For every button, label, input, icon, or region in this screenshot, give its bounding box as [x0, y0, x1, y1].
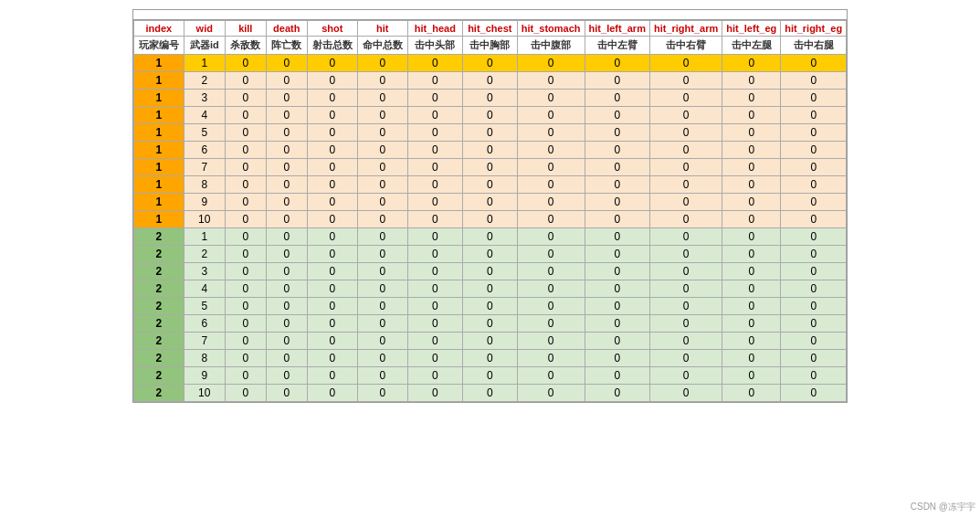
table-row: 2800000000000	[133, 350, 846, 367]
header-col-8: hit_stomach	[517, 21, 585, 37]
header-col-0: index	[133, 21, 184, 37]
cell-hit_right_eg: 0	[781, 211, 847, 228]
cell-hit_left_eg: 0	[722, 211, 781, 228]
index-cell: 2	[133, 367, 184, 385]
cell-death: 0	[266, 367, 307, 385]
cell-hit_right_eg: 0	[781, 142, 847, 159]
cell-hit_chest: 0	[462, 211, 517, 228]
cell-hit_stomach: 0	[517, 367, 585, 385]
cell-hit_chest: 0	[462, 72, 517, 90]
cell-hit_right_arm: 0	[649, 333, 722, 350]
cell-hit_stomach: 0	[517, 176, 585, 194]
cell-hit_right_arm: 0	[649, 142, 722, 159]
cell-death: 0	[266, 263, 307, 280]
cell-hit_left_eg: 0	[722, 385, 781, 402]
cell-hit_stomach: 0	[517, 142, 585, 159]
cell-hit_right_arm: 0	[649, 263, 722, 280]
cell-hit_right_arm: 0	[649, 124, 722, 142]
table-row: 11000000000000	[133, 211, 846, 228]
cell-hit_chest: 0	[462, 194, 517, 211]
cell-hit_left_arm: 0	[585, 176, 649, 194]
cell-kill: 0	[225, 315, 266, 333]
header-sub-col-5: 命中总数	[357, 37, 407, 55]
cell-death: 0	[266, 385, 307, 402]
table-row: 1500000000000	[133, 124, 846, 142]
cell-kill: 0	[225, 90, 266, 107]
cell-kill: 0	[225, 333, 266, 350]
cell-hit_right_arm: 0	[649, 298, 722, 315]
cell-hit_left_arm: 0	[585, 315, 649, 333]
header-col-10: hit_right_arm	[649, 21, 722, 37]
cell-hit_left_eg: 0	[722, 280, 781, 298]
table-row: 2300000000000	[133, 263, 846, 280]
cell-hit_left_arm: 0	[585, 350, 649, 367]
cell-kill: 0	[225, 194, 266, 211]
header-sub-col-12: 击中右腿	[781, 37, 847, 55]
cell-hit_chest: 0	[462, 107, 517, 124]
cell-hit_right_arm: 0	[649, 159, 722, 176]
index-cell: 1	[133, 194, 184, 211]
cell-wid: 10	[184, 385, 225, 402]
cell-wid: 6	[184, 315, 225, 333]
cell-hit_stomach: 0	[517, 211, 585, 228]
index-cell: 1	[133, 142, 184, 159]
cell-hit: 0	[357, 194, 407, 211]
cell-wid: 3	[184, 90, 225, 107]
cell-shot: 0	[307, 107, 357, 124]
cell-hit_chest: 0	[462, 90, 517, 107]
cell-death: 0	[266, 315, 307, 333]
cell-kill: 0	[225, 72, 266, 90]
cell-hit_left_eg: 0	[722, 90, 781, 107]
cell-hit_right_eg: 0	[781, 246, 847, 263]
cell-shot: 0	[307, 124, 357, 142]
cell-hit_right_eg: 0	[781, 367, 847, 385]
cell-shot: 0	[307, 72, 357, 90]
cell-death: 0	[266, 280, 307, 298]
cell-hit_left_arm: 0	[585, 211, 649, 228]
cell-kill: 0	[225, 350, 266, 367]
cell-shot: 0	[307, 194, 357, 211]
cell-hit_right_eg: 0	[781, 55, 847, 72]
header-col-3: death	[266, 21, 307, 37]
index-cell: 2	[133, 246, 184, 263]
index-cell: 2	[133, 280, 184, 298]
cell-hit: 0	[357, 90, 407, 107]
table-row: 2100000000000	[133, 228, 846, 246]
cell-hit_head: 0	[407, 176, 462, 194]
cell-hit_chest: 0	[462, 55, 517, 72]
cell-shot: 0	[307, 367, 357, 385]
cell-hit_left_arm: 0	[585, 107, 649, 124]
header-row-2: 玩家编号武器id杀敌数阵亡数射击总数命中总数击中头部击中胸部击中腹部击中左臂击中…	[133, 37, 846, 55]
cell-hit_right_arm: 0	[649, 194, 722, 211]
cell-hit: 0	[357, 176, 407, 194]
cell-hit_left_eg: 0	[722, 107, 781, 124]
cell-death: 0	[266, 228, 307, 246]
cell-shot: 0	[307, 298, 357, 315]
cell-hit: 0	[357, 228, 407, 246]
index-cell: 1	[133, 124, 184, 142]
header-sub-col-2: 杀敌数	[225, 37, 266, 55]
cell-hit_left_eg: 0	[722, 246, 781, 263]
cell-kill: 0	[225, 55, 266, 72]
cell-death: 0	[266, 298, 307, 315]
cell-death: 0	[266, 211, 307, 228]
cell-hit_head: 0	[407, 228, 462, 246]
cell-death: 0	[266, 159, 307, 176]
cell-shot: 0	[307, 55, 357, 72]
cell-hit_chest: 0	[462, 246, 517, 263]
index-cell: 1	[133, 211, 184, 228]
header-sub-col-3: 阵亡数	[266, 37, 307, 55]
cell-hit_right_arm: 0	[649, 176, 722, 194]
cell-hit_head: 0	[407, 367, 462, 385]
header-col-11: hit_left_eg	[722, 21, 781, 37]
cell-hit: 0	[357, 159, 407, 176]
cell-kill: 0	[225, 280, 266, 298]
cell-shot: 0	[307, 228, 357, 246]
cell-hit_right_arm: 0	[649, 246, 722, 263]
cell-hit_stomach: 0	[517, 90, 585, 107]
cell-hit_head: 0	[407, 107, 462, 124]
cell-hit_stomach: 0	[517, 72, 585, 90]
cell-shot: 0	[307, 280, 357, 298]
table-row: 21000000000000	[133, 385, 846, 402]
cell-hit: 0	[357, 367, 407, 385]
